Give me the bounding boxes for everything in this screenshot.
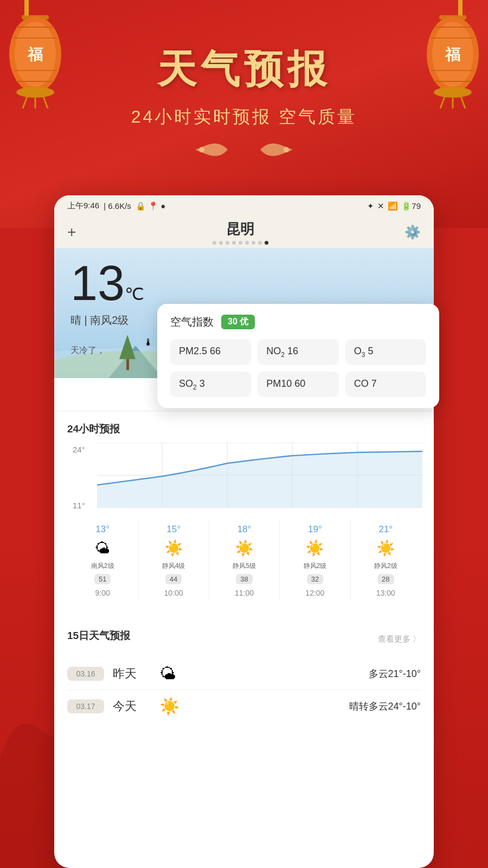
daily-date-1: 03.17 bbox=[67, 699, 104, 713]
daily-desc-1: 晴转多云24°-10° bbox=[179, 700, 421, 713]
forecast-wind-4: 静风2级 bbox=[353, 561, 419, 571]
dot-3 bbox=[226, 241, 229, 245]
svg-point-26 bbox=[199, 147, 204, 152]
phone-mockup: 上午9:46 | 6.6K/s 🔒 📍 ● ✦ ✕ 📶 🔋79 + 昆明 bbox=[54, 195, 434, 868]
chart-y-bottom: 11° bbox=[73, 501, 85, 510]
aq-header: 空气指数 30 优 bbox=[170, 315, 426, 329]
status-right: ✦ ✕ 📶 🔋79 bbox=[367, 201, 421, 211]
app-header: + 昆明 ⚙️ bbox=[54, 215, 434, 248]
daily-label-1: 今天 bbox=[113, 698, 151, 714]
forecast-temp-2: 18° bbox=[211, 524, 277, 535]
city-header-center: 昆明 bbox=[213, 220, 268, 245]
forecast-temp-1: 15° bbox=[140, 524, 206, 535]
scroll-decoration bbox=[0, 140, 488, 159]
status-bar: 上午9:46 | 6.6K/s 🔒 📍 ● ✦ ✕ 📶 🔋79 bbox=[54, 195, 434, 215]
daily-row-0: 03.16 昨天 🌤 多云21°-10° bbox=[67, 658, 421, 690]
daily-desc-0: 多云21°-10° bbox=[176, 667, 421, 680]
main-title: 天气预报 bbox=[0, 43, 488, 95]
temperature: 13℃ bbox=[70, 259, 144, 308]
daily-label-0: 昨天 bbox=[113, 666, 151, 682]
forecast-temp-0: 13° bbox=[69, 524, 136, 535]
forecast-icon-3: ☀️ bbox=[282, 539, 348, 557]
temperature-chart bbox=[97, 443, 422, 508]
dot-5 bbox=[239, 241, 242, 245]
add-city-button[interactable]: + bbox=[67, 224, 76, 241]
forecast-time-4: 13:00 bbox=[353, 589, 419, 597]
forecast-wind-0: 南风2级 bbox=[69, 561, 136, 571]
status-left: 上午9:46 | 6.6K/s 🔒 📍 ● bbox=[67, 201, 165, 211]
aq-title: 空气指数 bbox=[170, 315, 214, 329]
forecast-table: 13° 🌤 南风2级 51 9:00 15° ☀️ 静风4级 44 10:00 … bbox=[67, 521, 421, 601]
forecast-wind-3: 静风2级 bbox=[282, 561, 348, 571]
page-dots bbox=[213, 241, 268, 245]
settings-button[interactable]: ⚙️ bbox=[404, 225, 421, 240]
forecast-wind-2: 静风5级 bbox=[211, 561, 277, 571]
dot-9 bbox=[265, 241, 268, 245]
air-quality-card: 空气指数 30 优 PM2.5 66 NO2 16 O3 5 SO2 3 PM1… bbox=[157, 304, 439, 408]
forecast-24h-section: 24小时预报 24° 11° bbox=[54, 411, 434, 609]
dot-2 bbox=[219, 241, 223, 245]
forecast-icon-4: ☀️ bbox=[353, 539, 419, 557]
forecast-col-0: 13° 🌤 南风2级 51 9:00 bbox=[67, 521, 138, 601]
aq-no2: NO2 16 bbox=[258, 339, 338, 365]
forecast-col-2: 18° ☀️ 静风5级 38 11:00 bbox=[209, 521, 279, 601]
city-name: 昆明 bbox=[213, 220, 268, 239]
dot-6 bbox=[245, 241, 249, 245]
daily-forecast-section: 15日天气预报 查看更多 〉 03.16 昨天 🌤 多云21°-10° 03.1… bbox=[54, 618, 434, 733]
forecast-humidity-1: 44 bbox=[165, 574, 182, 584]
daily-icon-0: 🌤 bbox=[159, 665, 176, 683]
battery-icon: 🔋79 bbox=[401, 201, 421, 211]
forecast-humidity-0: 51 bbox=[94, 574, 111, 584]
forecast-humidity-2: 38 bbox=[236, 574, 252, 584]
svg-rect-36 bbox=[126, 359, 129, 370]
status-icons: 🔒 📍 ● bbox=[136, 201, 165, 211]
daily-more-link[interactable]: 查看更多 〉 bbox=[378, 634, 421, 644]
aq-so2: SO2 3 bbox=[170, 372, 251, 398]
bluetooth-icon: ✦ bbox=[367, 201, 374, 211]
aq-pm10: PM10 60 bbox=[258, 372, 338, 398]
aq-grid: PM2.5 66 NO2 16 O3 5 SO2 3 PM10 60 CO 7 bbox=[170, 339, 426, 397]
chart-container: 24° 11° bbox=[67, 443, 421, 519]
aq-co: CO 7 bbox=[345, 372, 426, 398]
weather-description: 晴 | 南风2级 bbox=[70, 313, 144, 328]
daily-forecast-header: 15日天气预报 查看更多 〉 bbox=[67, 629, 421, 649]
daily-row-1: 03.17 今天 ☀️ 晴转多云24°-10° bbox=[67, 690, 421, 722]
dot-4 bbox=[232, 241, 236, 245]
forecast-wind-1: 静风4级 bbox=[140, 561, 206, 571]
temperature-display: 13℃ 晴 | 南风2级 bbox=[70, 259, 144, 328]
svg-marker-35 bbox=[119, 335, 136, 359]
forecast-humidity-4: 28 bbox=[377, 574, 394, 584]
weather-bubble: 🌡 bbox=[144, 337, 153, 348]
daily-date-0: 03.16 bbox=[67, 667, 104, 681]
forecast-time-2: 11:00 bbox=[211, 589, 277, 597]
forecast-icon-2: ☀️ bbox=[211, 539, 277, 557]
daily-forecast-title: 15日天气预报 bbox=[67, 629, 130, 643]
forecast-temp-4: 21° bbox=[353, 524, 419, 535]
dot-1 bbox=[213, 241, 216, 245]
status-network: | 6.6K/s bbox=[104, 201, 131, 210]
aq-pm25: PM2.5 66 bbox=[170, 339, 251, 365]
dot-8 bbox=[258, 241, 262, 245]
wifi-icon: 📶 bbox=[388, 201, 398, 211]
forecast-col-1: 15° ☀️ 静风4级 44 10:00 bbox=[138, 521, 208, 601]
sim-icon: ✕ bbox=[377, 201, 384, 211]
daily-icon-1: ☀️ bbox=[159, 697, 179, 716]
chart-y-top: 24° bbox=[73, 445, 85, 454]
status-time: 上午9:46 bbox=[67, 201, 99, 211]
forecast-humidity-3: 32 bbox=[307, 574, 323, 584]
forecast-24h-title: 24小时预报 bbox=[67, 422, 421, 436]
forecast-icon-0: 🌤 bbox=[69, 539, 136, 557]
forecast-col-3: 19° ☀️ 静风2级 32 12:00 bbox=[279, 521, 350, 601]
aq-o3: O3 5 bbox=[345, 339, 426, 365]
forecast-time-0: 9:00 bbox=[69, 589, 136, 597]
svg-point-27 bbox=[284, 147, 289, 152]
temp-unit: ℃ bbox=[125, 284, 144, 304]
forecast-temp-3: 19° bbox=[282, 524, 348, 535]
weather-note: 天冷了， bbox=[70, 345, 105, 356]
header-area: 天气预报 24小时实时预报 空气质量 bbox=[0, 0, 488, 159]
forecast-icon-1: ☀️ bbox=[140, 539, 206, 557]
sub-title: 24小时实时预报 空气质量 bbox=[0, 105, 488, 129]
dot-7 bbox=[252, 241, 255, 245]
aq-badge: 30 优 bbox=[221, 315, 255, 329]
forecast-time-3: 12:00 bbox=[282, 589, 348, 597]
